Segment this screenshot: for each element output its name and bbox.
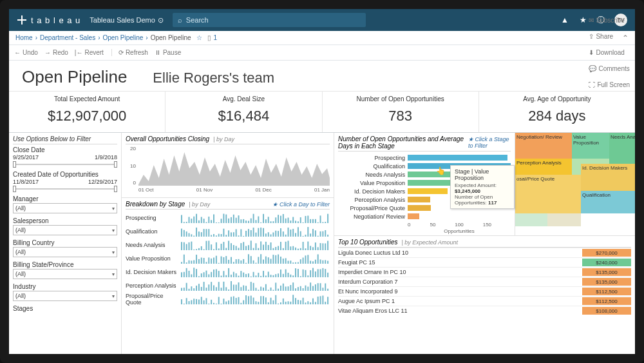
svg-rect-261 [233,271,234,277]
svg-rect-143 [238,248,240,250]
svg-rect-65 [193,235,194,236]
top10-row[interactable]: Vitae Aliquam Eros LLC 11$108,000 [338,306,631,315]
svg-rect-144 [240,243,242,250]
svg-rect-263 [238,275,240,277]
svg-rect-383 [238,297,240,304]
svg-rect-120 [181,242,182,250]
svg-rect-391 [258,302,259,304]
pause-button[interactable]: ⏸ Pause [155,49,181,56]
breakdown-row[interactable]: Value Proposition [126,251,330,265]
stage-treemap[interactable]: Negotiation/ ReviewValue PropositionNeed… [515,133,635,235]
svg-rect-57 [322,222,323,223]
treemap-cell[interactable]: osal/Price Quote [515,175,581,213]
treemap-cell[interactable]: Qualification [581,191,635,213]
svg-rect-380 [231,297,232,304]
svg-rect-190 [206,262,207,264]
svg-rect-52 [310,219,311,222]
svg-rect-419 [327,297,328,304]
svg-rect-326 [245,286,247,291]
svg-rect-119 [327,234,328,236]
svg-rect-203 [238,259,240,263]
subscribe-button[interactable]: ✉ Subscribe [589,17,630,24]
stage-hint[interactable]: ★ Click a Stage to Filter [468,136,511,149]
svg-rect-253 [213,270,214,277]
industry-select[interactable]: (All) [13,291,117,301]
revert-button[interactable]: |← Revert [75,49,104,56]
svg-rect-179 [327,240,328,250]
svg-rect-260 [231,274,232,277]
svg-rect-146 [245,246,247,250]
svg-rect-252 [211,271,212,277]
svg-rect-183 [189,260,190,263]
workspace-dropdown[interactable]: Tableau Sales Demo⊙ [90,16,164,25]
favorite-icon[interactable]: ★ [578,15,587,25]
svg-rect-184 [191,260,192,264]
crumb-home[interactable]: Home [15,34,33,41]
treemap-cell[interactable]: Perception Analysis [515,159,572,175]
download-button[interactable]: ⬇ Download [589,49,630,56]
close-date-slider[interactable] [13,162,117,167]
breakdown-row[interactable]: Qualification [126,224,330,238]
breakdown-row[interactable]: Id. Decision Makers [126,265,330,279]
breakdown-row[interactable]: Needs Analysis [126,238,330,251]
svg-rect-141 [233,244,234,250]
svg-rect-318 [225,287,227,291]
svg-rect-294 [315,271,316,277]
svg-rect-35 [268,217,269,223]
svg-rect-359 [327,288,328,290]
alert-icon[interactable]: ▲ [560,15,569,25]
breakdown-hint[interactable]: ★ Click a Day to Filter [272,201,330,208]
refresh-button[interactable]: ⟳ Refresh [118,49,148,56]
svg-rect-17 [223,213,224,222]
svg-rect-382 [236,297,237,304]
manager-select[interactable]: (All) [13,203,117,213]
search-input[interactable]: ⌕ Search [173,13,366,27]
treemap-cell[interactable]: Needs Analysis [609,133,635,164]
tabs-icon[interactable]: ▯ [207,34,211,41]
billing-state-select[interactable]: (All) [13,269,117,279]
closing-area-chart[interactable]: 20100 01 Oct01 Nov01 Dec01 Jan [126,146,330,195]
svg-rect-280 [280,270,281,277]
svg-rect-312 [211,282,212,291]
created-date-slider[interactable] [13,186,117,191]
treemap-cell[interactable]: Value Proposition [572,133,609,159]
svg-rect-204 [240,260,242,263]
treemap-cell[interactable]: Id. Decision Makers [581,164,635,191]
svg-rect-151 [258,248,259,250]
svg-rect-26 [245,221,247,223]
svg-rect-127 [198,248,200,250]
crumb-dept[interactable]: Department - Sales [40,34,95,41]
stage-bar-row[interactable]: Prospecting [338,153,511,162]
redo-button[interactable]: → Redo [44,49,68,56]
undo-button[interactable]: ← Undo [14,49,38,56]
share-button[interactable]: ⇪ Share [589,33,630,40]
svg-rect-290 [305,270,307,277]
svg-rect-92 [260,227,261,236]
treemap-cell[interactable] [547,213,581,226]
top10-row[interactable]: Feugiat PC 15$240,000 [338,257,631,267]
star-outline-icon[interactable]: ☆ [196,34,202,41]
top10-row[interactable]: Imperdiet Ornare In PC 10$135,000 [338,267,631,277]
svg-rect-329 [253,282,254,290]
svg-rect-174 [315,242,316,250]
crumb-pipe[interactable]: Open Pipeline [103,34,144,41]
tab-count: 1 [214,34,218,41]
top10-row[interactable]: Et Nunc Incorporated 9$112,500 [338,286,631,296]
breakdown-row[interactable]: Prospecting [126,211,330,224]
top10-row[interactable]: Augue Ac Ipsum PC 1$112,500 [338,296,631,306]
top10-row[interactable]: Ligula Donec Luctus Ltd 10$270,000 [338,248,631,257]
treemap-cell[interactable]: Negotiation/ Review [515,133,572,159]
svg-rect-209 [253,260,254,263]
svg-rect-241 [184,271,185,277]
stage-bar-row[interactable]: Negotiation/ Review [338,212,511,221]
treemap-cell[interactable] [515,213,547,226]
svg-rect-207 [248,254,249,264]
svg-rect-115 [317,235,319,236]
breakdown-row[interactable]: Perception Analysis [126,279,330,292]
salesperson-select[interactable]: (All) [13,225,117,235]
breakdown-row[interactable]: Proposal/Price Quote [126,292,330,306]
billing-country-select[interactable]: (All) [13,247,117,257]
stage-bar-chart[interactable]: Number of Open Opportunities and Average… [334,133,515,235]
svg-rect-287 [298,269,299,277]
top10-row[interactable]: Interdum Corporation 7$135,000 [338,277,631,286]
